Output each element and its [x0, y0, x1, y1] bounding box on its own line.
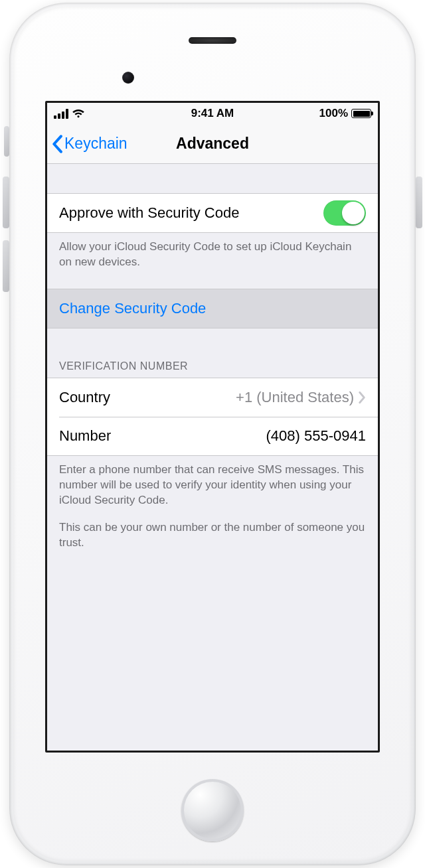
battery-icon [351, 109, 371, 118]
country-value: +1 (United States) [236, 389, 354, 406]
change-security-code-label: Change Security Code [59, 300, 206, 317]
volume-up-button [3, 177, 9, 228]
front-camera [122, 72, 134, 84]
earpiece-speaker [189, 37, 236, 44]
approve-footer: Allow your iCloud Security Code to set u… [47, 233, 378, 270]
back-label: Keychain [64, 135, 128, 153]
number-label: Number [59, 427, 111, 445]
mute-switch [4, 126, 9, 157]
home-button[interactable] [181, 779, 244, 841]
number-value: (408) 555-0941 [266, 427, 366, 445]
cellular-signal-icon [54, 109, 68, 119]
number-row[interactable]: Number (408) 555-0941 [47, 417, 378, 455]
chevron-left-icon [51, 135, 63, 153]
page-title: Advanced [176, 135, 249, 153]
country-label: Country [59, 389, 110, 406]
power-button [416, 177, 422, 228]
screen: 9:41 AM 100% Keychain Advanced [45, 101, 380, 753]
volume-down-button [3, 240, 9, 292]
wifi-icon [72, 109, 85, 119]
verification-footer: Enter a phone number that can receive SM… [47, 456, 378, 551]
approve-security-code-label: Approve with Security Code [59, 204, 239, 222]
chevron-right-icon [358, 391, 366, 404]
phone-frame: 9:41 AM 100% Keychain Advanced [9, 3, 416, 865]
country-row[interactable]: Country +1 (United States) [47, 378, 378, 417]
nav-bar: Keychain Advanced [47, 124, 378, 164]
change-security-code-row[interactable]: Change Security Code [47, 289, 378, 328]
verification-header: VERIFICATION NUMBER [47, 355, 378, 378]
battery-percent: 100% [319, 107, 348, 120]
approve-security-code-row: Approve with Security Code [47, 194, 378, 232]
back-button[interactable]: Keychain [51, 124, 128, 163]
approve-security-code-toggle[interactable] [323, 200, 366, 226]
status-bar: 9:41 AM 100% [47, 103, 378, 124]
